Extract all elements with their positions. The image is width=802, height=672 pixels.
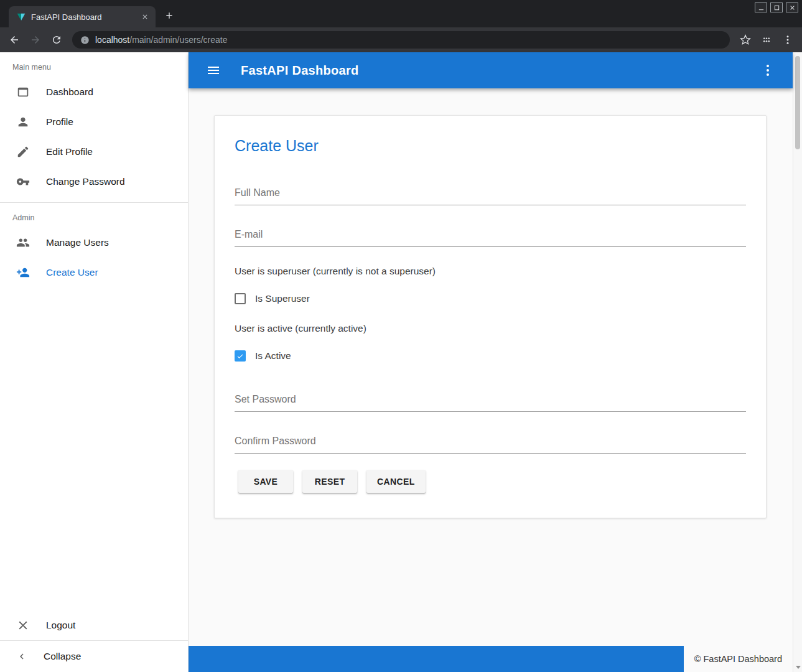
minimize-button[interactable]: [755, 2, 767, 12]
sidebar-item-label: Profile: [46, 116, 73, 128]
sidebar-item-label: Collapse: [44, 651, 81, 662]
is-superuser-checkbox-row[interactable]: Is Superuser: [235, 293, 746, 304]
create-user-card: Create User User is superuser (currently…: [214, 115, 767, 518]
sidebar-collapse-toggle[interactable]: Collapse: [0, 641, 188, 672]
is-active-label: Is Active: [255, 350, 291, 362]
tab-title: FastAPI Dashboard: [31, 12, 134, 22]
copyright-text: © FastAPI Dashboard: [684, 646, 793, 672]
sidebar-item-label: Manage Users: [46, 237, 109, 248]
url-path: /main/admin/users/create: [129, 35, 227, 45]
full-name-field: [235, 184, 746, 205]
active-hint: User is active (currently active): [235, 323, 746, 334]
vuetify-logo-icon: [16, 12, 26, 22]
scrollbar-thumb[interactable]: [795, 56, 800, 149]
sidebar-item-create-user[interactable]: Create User: [0, 258, 188, 287]
browser-menu-kebab-icon[interactable]: [778, 30, 797, 49]
back-icon[interactable]: [5, 30, 24, 49]
sidebar-item-label: Change Password: [46, 176, 125, 187]
address-bar[interactable]: localhost/main/admin/users/create: [72, 31, 730, 49]
sidebar-item-profile[interactable]: Profile: [0, 107, 188, 137]
scrollbar-down-arrow-icon[interactable]: [796, 666, 801, 669]
app-footer: © FastAPI Dashboard: [189, 646, 793, 672]
bookmark-star-icon[interactable]: [736, 30, 755, 49]
app-title: FastAPI Dashboard: [241, 63, 359, 78]
content-area: Create User User is superuser (currently…: [189, 88, 793, 646]
set-password-field: [235, 390, 746, 412]
page-scrollbar[interactable]: [793, 52, 802, 672]
pencil-icon: [16, 145, 30, 159]
sidebar-section-main-menu: Main menu: [0, 52, 188, 77]
people-icon: [16, 236, 30, 250]
reset-button[interactable]: RESET: [302, 470, 357, 493]
url-host: localhost: [95, 35, 129, 45]
browser-tab[interactable]: FastAPI Dashboard: [9, 6, 156, 27]
app-bar: FastAPI Dashboard: [189, 52, 793, 88]
window-controls: [755, 2, 798, 12]
sidebar-item-dashboard[interactable]: Dashboard: [0, 77, 188, 107]
set-password-input[interactable]: [235, 390, 746, 412]
key-icon: [16, 175, 30, 189]
sidebar-item-label: Edit Profile: [46, 146, 93, 157]
extensions-icon[interactable]: [757, 30, 776, 49]
email-input[interactable]: [235, 225, 746, 247]
is-active-checkbox[interactable]: [235, 350, 246, 362]
sidebar-section-admin: Admin: [0, 203, 188, 228]
full-name-input[interactable]: [235, 184, 746, 205]
browser-tab-strip: FastAPI Dashboard: [0, 0, 802, 27]
url-text: localhost/main/admin/users/create: [95, 35, 227, 45]
person-add-icon: [16, 266, 30, 279]
forward-icon[interactable]: [26, 30, 45, 49]
sidebar-item-label: Create User: [46, 267, 98, 278]
sidebar-item-manage-users[interactable]: Manage Users: [0, 228, 188, 258]
app-menu-kebab-icon[interactable]: [757, 59, 779, 82]
email-field: [235, 225, 746, 247]
sidebar-item-change-password[interactable]: Change Password: [0, 167, 188, 197]
confirm-password-input[interactable]: [235, 432, 746, 454]
close-window-button[interactable]: [786, 2, 798, 12]
main-area: FastAPI Dashboard Create User: [189, 52, 793, 672]
check-icon: [236, 352, 245, 360]
confirm-password-field: [235, 432, 746, 454]
superuser-hint: User is superuser (currently is not a su…: [235, 266, 746, 277]
form-actions: SAVE RESET CANCEL: [235, 470, 746, 493]
is-active-checkbox-row[interactable]: Is Active: [235, 350, 746, 362]
cancel-button[interactable]: CANCEL: [366, 470, 426, 493]
page: Main menu Dashboard Profile Edit Profile…: [0, 52, 802, 672]
close-icon: [16, 618, 30, 632]
chevron-left-icon: [16, 651, 27, 662]
new-tab-button[interactable]: [161, 7, 178, 24]
is-superuser-label: Is Superuser: [255, 293, 310, 304]
person-icon: [16, 115, 30, 129]
tab-close-icon[interactable]: [139, 11, 151, 22]
sidebar: Main menu Dashboard Profile Edit Profile…: [0, 52, 189, 672]
hamburger-menu-icon[interactable]: [202, 59, 225, 82]
sidebar-item-label: Dashboard: [46, 86, 93, 98]
reload-icon[interactable]: [47, 30, 66, 49]
dashboard-icon: [16, 85, 30, 99]
sidebar-item-edit-profile[interactable]: Edit Profile: [0, 137, 188, 167]
site-info-icon[interactable]: [80, 35, 90, 45]
sidebar-item-label: Logout: [46, 620, 75, 631]
browser-toolbar: localhost/main/admin/users/create: [0, 27, 802, 52]
is-superuser-checkbox[interactable]: [235, 293, 246, 304]
sidebar-item-logout[interactable]: Logout: [0, 610, 188, 640]
save-button[interactable]: SAVE: [238, 470, 293, 493]
page-title: Create User: [235, 137, 746, 155]
maximize-button[interactable]: [770, 2, 783, 12]
